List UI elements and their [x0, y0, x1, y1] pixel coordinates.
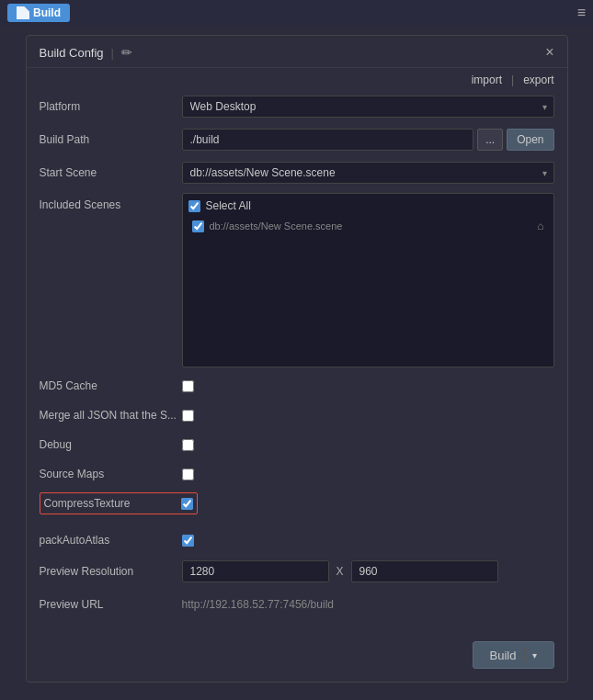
platform-select[interactable]: Web Desktop	[182, 96, 554, 118]
start-scene-select-wrapper: db://assets/New Scene.scene ▾	[182, 162, 554, 184]
title-bar-left: Build	[7, 4, 70, 22]
preview-url-row: Preview URL http://192.168.52.77:7456/bu…	[40, 592, 554, 617]
build-config-dialog: Build Config | ✏ × import | export Platf…	[26, 35, 568, 683]
resolution-width-input[interactable]	[182, 560, 329, 582]
md5-cache-label: MD5 Cache	[40, 379, 182, 392]
select-all-row: Select All	[188, 199, 548, 212]
compress-texture-outer-row: CompressTexture	[40, 492, 554, 522]
build-path-row: Build Path ... Open	[40, 127, 554, 152]
select-all-label[interactable]: Select All	[206, 199, 251, 212]
scene-list-item: db://assets/New Scene.scene ⌂	[188, 218, 548, 234]
preview-resolution-row: Preview Resolution X	[40, 559, 554, 584]
scene-item-label[interactable]: db://assets/New Scene.scene	[210, 220, 343, 231]
merge-json-row: Merge all JSON that the S...	[40, 404, 554, 426]
import-export-row: import | export	[27, 68, 567, 90]
included-scenes-label: Included Scenes	[40, 198, 182, 211]
debug-checkbox[interactable]	[182, 439, 194, 451]
dialog-separator: |	[111, 46, 114, 60]
pack-auto-atlas-checkbox[interactable]	[182, 535, 194, 547]
platform-select-wrapper: Web Desktop ▾	[182, 96, 554, 118]
debug-row: Debug	[40, 434, 554, 456]
build-path-label: Build Path	[40, 133, 182, 146]
dialog-title-text: Build Config	[40, 46, 104, 60]
preview-url-value: http://192.168.52.77:7456/build	[182, 598, 334, 611]
md5-cache-checkbox[interactable]	[182, 380, 194, 392]
merge-json-label: Merge all JSON that the S...	[40, 409, 182, 422]
start-scene-label: Start Scene	[40, 166, 182, 179]
build-path-input[interactable]	[182, 129, 474, 151]
compress-texture-label: CompressTexture	[44, 497, 181, 510]
compress-texture-checkbox[interactable]	[181, 498, 193, 510]
source-maps-label: Source Maps	[40, 468, 182, 480]
import-button[interactable]: import	[472, 73, 502, 86]
preview-url-control: http://192.168.52.77:7456/build	[182, 598, 554, 611]
edit-icon[interactable]: ✏	[121, 45, 132, 60]
resolution-x-separator: X	[336, 565, 344, 578]
pack-auto-atlas-row: packAutoAtlas	[40, 529, 554, 551]
close-button[interactable]: ×	[545, 45, 553, 60]
resolution-inputs-row: X	[182, 560, 554, 582]
build-tab-label: Build	[33, 6, 61, 19]
menu-icon[interactable]: ≡	[577, 5, 586, 21]
export-button[interactable]: export	[523, 73, 553, 86]
build-tab[interactable]: Build	[7, 4, 70, 22]
scene-item-left: db://assets/New Scene.scene	[192, 220, 343, 232]
preview-resolution-control: X	[182, 560, 554, 582]
compress-texture-highlighted-row: CompressTexture	[40, 492, 198, 514]
start-scene-row: Start Scene db://assets/New Scene.scene …	[40, 160, 554, 186]
build-dropdown-arrow[interactable]: ▾	[532, 650, 537, 660]
form-area: Platform Web Desktop ▾ Build Path	[27, 90, 567, 634]
dialog-footer: Build ▾	[27, 634, 567, 672]
build-path-ellipsis-button[interactable]: ...	[477, 129, 503, 151]
build-button[interactable]: Build ▾	[473, 641, 554, 669]
resolution-height-input[interactable]	[351, 560, 498, 582]
preview-resolution-label: Preview Resolution	[40, 565, 182, 578]
source-maps-checkbox[interactable]	[182, 469, 194, 480]
included-scenes-control: Select All db://assets/New Scene.scene ⌂	[182, 193, 554, 367]
main-background: Build Config | ✏ × import | export Platf…	[0, 26, 593, 700]
build-button-label: Build	[490, 649, 517, 662]
dialog-title-area: Build Config | ✏	[40, 45, 133, 60]
included-scenes-row: Included Scenes Select All db://assets/N…	[40, 193, 554, 367]
scene-item-checkbox[interactable]	[192, 220, 204, 232]
source-maps-row: Source Maps	[40, 463, 554, 485]
md5-cache-row: MD5 Cache	[40, 375, 554, 397]
home-icon: ⌂	[537, 220, 543, 232]
pack-auto-atlas-label: packAutoAtlas	[40, 534, 182, 547]
build-path-input-row: ... Open	[182, 129, 554, 151]
build-path-control: ... Open	[182, 129, 554, 151]
debug-label: Debug	[40, 438, 182, 451]
select-all-checkbox[interactable]	[188, 200, 200, 212]
dialog-header: Build Config | ✏ ×	[27, 36, 567, 68]
platform-row: Platform Web Desktop ▾	[40, 94, 554, 119]
platform-control: Web Desktop ▾	[182, 96, 554, 118]
build-path-open-button[interactable]: Open	[507, 129, 553, 151]
platform-label: Platform	[40, 100, 182, 113]
build-tab-icon	[17, 6, 29, 19]
start-scene-control: db://assets/New Scene.scene ▾	[182, 162, 554, 184]
preview-url-label: Preview URL	[40, 598, 182, 611]
title-bar: Build ≡	[0, 0, 593, 26]
import-export-divider: |	[511, 73, 514, 86]
scenes-panel: Select All db://assets/New Scene.scene ⌂	[182, 193, 554, 367]
start-scene-select[interactable]: db://assets/New Scene.scene	[182, 162, 554, 184]
build-btn-separator	[524, 648, 525, 662]
merge-json-checkbox[interactable]	[182, 410, 194, 422]
